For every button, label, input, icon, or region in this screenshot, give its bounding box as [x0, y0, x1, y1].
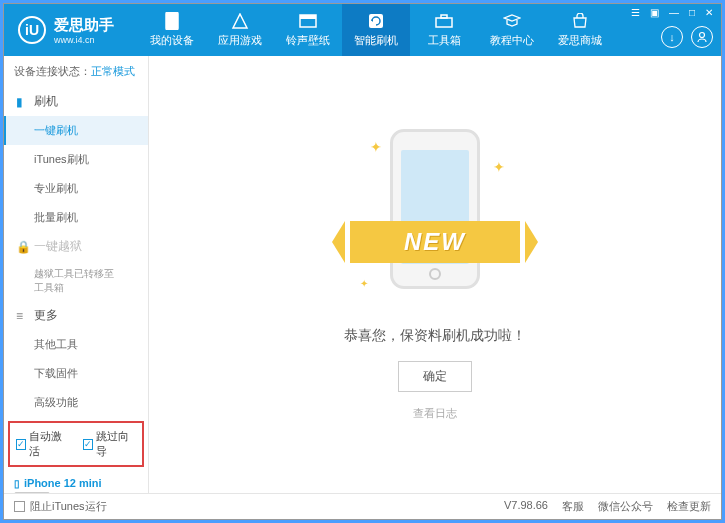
sidebar-item-download[interactable]: 下载固件	[4, 359, 148, 388]
sidebar: 设备连接状态：正常模式 ▮ 刷机 一键刷机 iTunes刷机 专业刷机 批量刷机…	[4, 56, 149, 493]
lock-icon: 🔒	[16, 241, 28, 253]
version-label: V7.98.66	[504, 499, 548, 514]
tab-my-device[interactable]: 我的设备	[138, 4, 206, 56]
section-more[interactable]: ≡ 更多	[4, 301, 148, 330]
phone-small-icon: ▮	[16, 96, 28, 108]
auto-activate-checkbox[interactable]: ✓自动激活	[16, 429, 69, 459]
skip-guide-checkbox[interactable]: ✓跳过向导	[83, 429, 136, 459]
user-icon[interactable]	[691, 26, 713, 48]
tab-store[interactable]: 爱思商城	[546, 4, 614, 56]
section-jailbreak: 🔒 一键越狱	[4, 232, 148, 261]
ok-button[interactable]: 确定	[398, 361, 472, 392]
app-url: www.i4.cn	[54, 35, 114, 45]
new-ribbon: NEW	[350, 221, 520, 263]
tab-ringtones[interactable]: 铃声壁纸	[274, 4, 342, 56]
wechat-link[interactable]: 微信公众号	[598, 499, 653, 514]
connection-status: 设备连接状态：正常模式	[4, 56, 148, 87]
nav-tabs: 我的设备 应用游戏 铃声壁纸 智能刷机 工具箱 教程中心 爱思商城	[138, 4, 614, 56]
svg-rect-3	[300, 15, 316, 19]
close-icon[interactable]: ✕	[703, 7, 715, 18]
svg-rect-6	[441, 15, 447, 18]
flash-icon	[366, 12, 386, 30]
tab-tools[interactable]: 工具箱	[410, 4, 478, 56]
success-message: 恭喜您，保资料刷机成功啦！	[344, 327, 526, 345]
window-controls: ☰ ▣ — □ ✕	[629, 7, 715, 18]
update-link[interactable]: 检查更新	[667, 499, 711, 514]
phone-icon	[162, 12, 182, 30]
footer: 阻止iTunes运行 V7.98.66 客服 微信公众号 检查更新	[4, 493, 721, 519]
toolbox-icon	[434, 12, 454, 30]
download-icon[interactable]: ↓	[661, 26, 683, 48]
maximize-icon[interactable]: □	[687, 7, 697, 18]
sidebar-item-other[interactable]: 其他工具	[4, 330, 148, 359]
sidebar-item-itunes[interactable]: iTunes刷机	[4, 145, 148, 174]
store-icon	[570, 12, 590, 30]
options-box: ✓自动激活 ✓跳过向导	[8, 421, 144, 467]
skins-icon[interactable]: ▣	[648, 7, 661, 18]
titlebar-actions: ↓	[661, 26, 713, 48]
body: 设备连接状态：正常模式 ▮ 刷机 一键刷机 iTunes刷机 专业刷机 批量刷机…	[4, 56, 721, 493]
svg-point-7	[700, 33, 705, 38]
wallpaper-icon	[298, 12, 318, 30]
section-flash[interactable]: ▮ 刷机	[4, 87, 148, 116]
svg-rect-5	[436, 18, 452, 27]
success-illustration: ✦ ✦ ✦ NEW	[350, 129, 520, 309]
titlebar: iU 爱思助手 www.i4.cn 我的设备 应用游戏 铃声壁纸 智能刷机 工具…	[4, 4, 721, 56]
sidebar-item-oneclick[interactable]: 一键刷机	[4, 116, 148, 145]
sidebar-item-advanced[interactable]: 高级功能	[4, 388, 148, 417]
menu-icon[interactable]: ☰	[629, 7, 642, 18]
jailbreak-note: 越狱工具已转移至 工具箱	[4, 261, 148, 301]
svg-rect-4	[369, 14, 383, 28]
tab-tutorials[interactable]: 教程中心	[478, 4, 546, 56]
tab-apps[interactable]: 应用游戏	[206, 4, 274, 56]
view-log-link[interactable]: 查看日志	[413, 406, 457, 421]
device-icon: ▯	[14, 478, 20, 489]
sidebar-item-batch[interactable]: 批量刷机	[4, 203, 148, 232]
sidebar-item-pro[interactable]: 专业刷机	[4, 174, 148, 203]
tab-flash[interactable]: 智能刷机	[342, 4, 410, 56]
main-content: ✦ ✦ ✦ NEW 恭喜您，保资料刷机成功啦！ 确定 查看日志	[149, 56, 721, 493]
more-icon: ≡	[16, 310, 28, 322]
block-itunes-label: 阻止iTunes运行	[30, 499, 107, 514]
service-link[interactable]: 客服	[562, 499, 584, 514]
apps-icon	[230, 12, 250, 30]
logo: iU 爱思助手 www.i4.cn	[4, 16, 128, 45]
logo-icon: iU	[18, 16, 46, 44]
tutorial-icon	[502, 12, 522, 30]
device-info[interactable]: ▯iPhone 12 mini 64GB Down-12mini-13,1	[4, 471, 148, 493]
app-window: iU 爱思助手 www.i4.cn 我的设备 应用游戏 铃声壁纸 智能刷机 工具…	[3, 3, 722, 520]
minimize-icon[interactable]: —	[667, 7, 681, 18]
block-itunes-checkbox[interactable]	[14, 501, 25, 512]
svg-point-1	[171, 26, 173, 28]
app-name: 爱思助手	[54, 16, 114, 33]
